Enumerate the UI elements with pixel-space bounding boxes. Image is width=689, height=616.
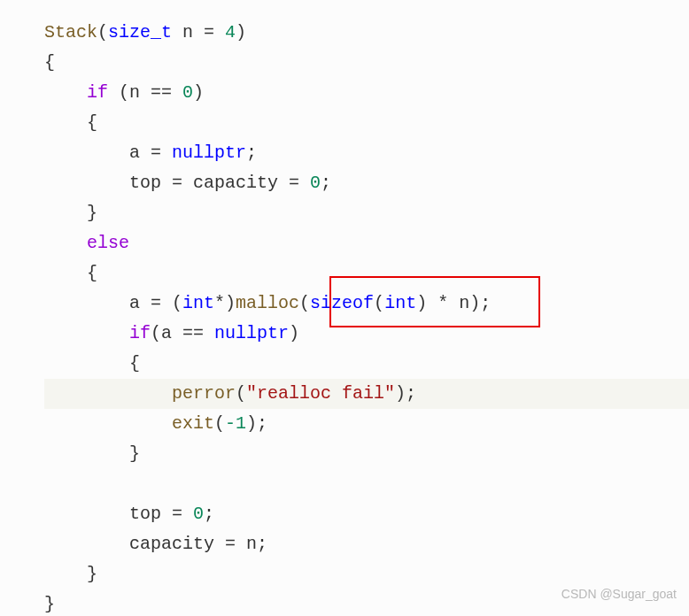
brace: } (44, 564, 97, 584)
assign-text: capacity = n; (44, 534, 267, 554)
paren-semi: ); (395, 383, 416, 404)
code-line: else (44, 228, 689, 258)
paren: ( (214, 413, 225, 434)
number-literal: 0 (310, 173, 321, 193)
type-keyword: size_t (108, 22, 172, 42)
code-line: top = capacity = 0; (44, 168, 689, 198)
string-literal: "realloc fail" (246, 383, 395, 404)
brace: } (44, 203, 97, 223)
paren: ) (289, 323, 299, 343)
code-line-highlighted: perror("realloc fail"); (44, 379, 689, 409)
code-line: { (44, 48, 689, 78)
param-text: n = (172, 22, 225, 42)
paren: ) (236, 22, 246, 42)
code-line: Stack(size_t n = 4) (44, 18, 689, 48)
number-literal: 0 (182, 82, 193, 103)
brace: { (44, 353, 140, 373)
code-line: { (44, 349, 689, 379)
condition-text: (n == (108, 82, 182, 103)
nullptr-keyword: nullptr (214, 323, 289, 343)
code-line: a = nullptr; (44, 138, 689, 168)
if-keyword: if (87, 82, 108, 103)
paren: ( (97, 22, 108, 42)
nullptr-keyword: nullptr (172, 142, 246, 163)
int-keyword: int (384, 293, 416, 313)
brace: { (44, 263, 97, 283)
cast-text: *) (214, 293, 236, 313)
indent (44, 233, 87, 253)
if-keyword: if (129, 323, 151, 343)
code-block: Stack(size_t n = 4) { if (n == 0) { a = … (44, 18, 689, 616)
code-line: } (44, 439, 689, 469)
assign-text: top = capacity = (44, 173, 310, 193)
code-line: { (44, 258, 689, 289)
brace: { (44, 52, 55, 73)
code-line: { (44, 108, 689, 138)
condition-text: (a == (151, 323, 214, 343)
number-literal: 4 (225, 22, 236, 42)
paren: ( (374, 293, 384, 313)
code-line: if (n == 0) (44, 78, 689, 108)
else-keyword: else (87, 233, 129, 253)
code-line: a = (int*)malloc(sizeof(int) * n); (44, 289, 689, 319)
blank-line (44, 474, 55, 494)
watermark: CSDN @Sugar_goat (561, 584, 677, 605)
code-line: capacity = n; (44, 529, 689, 559)
int-keyword: int (182, 293, 214, 313)
indent (44, 323, 129, 343)
brace: { (44, 112, 97, 133)
expr-text: ) * n); (416, 293, 491, 313)
indent (44, 82, 87, 103)
code-line: if(a == nullptr) (44, 319, 689, 349)
func-name: Stack (44, 22, 97, 42)
sizeof-keyword: sizeof (310, 293, 374, 313)
assign-text: a = ( (44, 293, 182, 313)
malloc-func: malloc (236, 293, 299, 313)
paren: ( (299, 293, 310, 313)
perror-func: perror (172, 383, 236, 404)
indent (44, 383, 172, 404)
brace: } (44, 594, 55, 614)
exit-func: exit (172, 413, 214, 434)
paren: ( (236, 383, 246, 404)
indent (44, 413, 172, 434)
semicolon: ; (321, 173, 331, 193)
brace: } (44, 443, 140, 464)
assign-text: a = (44, 142, 172, 163)
paren: ) (193, 82, 204, 103)
semicolon: ; (204, 504, 214, 524)
code-line: top = 0; (44, 499, 689, 529)
code-line: exit(-1); (44, 409, 689, 439)
paren-semi: ); (246, 413, 267, 434)
code-line: } (44, 198, 689, 228)
number-literal: -1 (225, 413, 246, 434)
assign-text: top = (44, 504, 193, 524)
semicolon: ; (246, 142, 257, 163)
code-line (44, 469, 689, 499)
number-literal: 0 (193, 504, 204, 524)
